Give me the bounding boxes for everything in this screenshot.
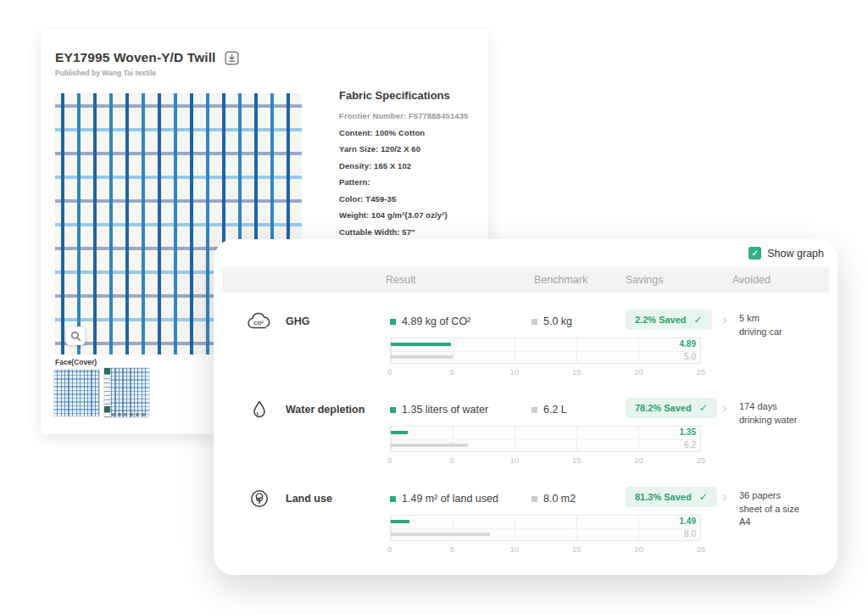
scale-marker [104,406,110,412]
spec-pattern: Pattern: [339,177,483,187]
benchmark-bullet [531,319,537,325]
metric-label: Land use [286,493,332,505]
result-bar [391,520,409,523]
benchmark-value-label: 6.2 [684,440,696,449]
spec-content: Content: 100% Cotton [339,128,483,137]
avoided-cell: 5 km driving car [739,312,782,338]
badge-check-icon: ✓ [699,402,708,414]
benchmark-cell: 6.2 L [531,404,567,416]
benchmark-bullet [531,496,537,502]
savings-badge: 78.2% Saved ✓ [626,398,717,418]
result-cell: 1.35 liters of water [390,404,488,416]
benchmark-cell: 5.0 kg [531,315,572,327]
svg-text:CO²: CO² [253,320,263,326]
face-cover-label: Face(Cover) [55,358,97,366]
metric-label: GHG [286,315,309,327]
x-axis: 0 5 10 15 20 25 [390,455,701,466]
result-value-label: 1.35 [680,427,696,437]
column-header-savings: Savings [626,274,663,286]
page: EY17995 Woven-Y/D Twill Published by Wan… [0,0,868,614]
benchmark-bar [391,533,490,536]
result-bullet [390,496,396,502]
page-title: EY17995 Woven-Y/D Twill [55,50,216,65]
x-axis: 0 5 10 15 20 25 [390,367,701,377]
benchmark-cell: 8.0 m2 [531,493,576,505]
chevron-right-icon[interactable]: › [722,491,727,503]
metric-row-ghg: CO² GHG 4.89 kg of CO² 5.0 kg 2.2% Saved… [214,307,837,394]
chevron-right-icon[interactable]: › [722,314,727,326]
result-cell: 1.49 m² of land used [390,493,498,505]
benchmark-value-label: 5.0 [684,352,696,361]
savings-badge: 2.2% Saved ✓ [626,310,712,330]
show-graph-toggle[interactable]: ✓ Show graph [748,247,824,260]
spec-weight: Weight: 104 g/m²(3.07 oz/y²) [339,210,483,220]
checkbox-checked-icon[interactable]: ✓ [748,247,761,260]
benchmark-bar [391,444,468,447]
specs-heading: Fabric Specifications [339,89,483,102]
fabric-specifications: Fabric Specifications Frontier Number: F… [339,89,483,260]
fabric-thumbnail-2[interactable] [103,367,150,418]
avoided-cell: 174 days drinking water [739,400,797,427]
published-by: Published by Wang Tai textile [55,69,156,77]
check-glyph: ✓ [752,248,759,258]
water-drop-icon [246,399,273,421]
title-row: EY17995 Woven-Y/D Twill [55,50,239,65]
result-bullet [390,319,396,325]
benchmark-bullet [531,407,537,413]
savings-badge: 81.3% Saved ✓ [626,487,717,507]
spec-cuttable-width: Cuttable Width: 57" [339,227,483,237]
spec-frontier-number: Frontier Number: F577888451435 [339,111,483,120]
spec-density: Density: 165 X 102 [339,161,483,170]
show-graph-label: Show graph [767,248,824,260]
scale-marker [104,368,110,374]
avoided-cell: 36 papers sheet of a size A4 [739,489,799,529]
result-bullet [390,407,396,413]
x-axis: 0 5 10 15 20 25 [390,544,701,555]
column-header-result: Result [386,274,415,286]
result-bar [391,431,408,434]
fabric-thumbnail-1[interactable] [53,369,100,417]
bar-chart-water: 1.35 6.2 [390,426,701,452]
bar-chart-land: 1.49 8.0 [390,515,701,541]
spec-yarn-size: Yarn Size: 120/2 X 60 [339,144,483,154]
result-value-label: 1.49 [680,516,696,526]
column-header-avoided: Avoided [732,274,771,286]
result-cell: 4.89 kg of CO² [390,315,470,327]
tree-circle-icon [246,488,273,510]
badge-check-icon: ✓ [699,491,708,503]
metric-label: Water depletion [286,404,364,416]
metric-row-land: Land use 1.49 m² of land used 8.0 m2 81.… [214,484,837,571]
badge-check-icon: ✓ [694,314,703,326]
bar-chart-ghg: 4.89 5.0 [390,338,701,364]
column-header-benchmark: Benchmark [534,274,587,286]
metric-row-water: Water depletion 1.35 liters of water 6.2… [214,395,837,482]
result-value-label: 4.89 [680,339,696,349]
benchmark-value-label: 8.0 [684,529,696,539]
thumbnail-caption [112,413,147,416]
benchmark-bar [391,355,453,359]
chevron-right-icon[interactable]: › [722,402,727,414]
co2-cloud-icon: CO² [246,310,273,332]
spec-color: Color: T459-35 [339,194,483,204]
metrics-panel: ✓ Show graph Result Benchmark Savings Av… [214,239,837,575]
download-icon[interactable] [225,51,239,65]
result-bar [391,343,451,346]
table-header: Result Benchmark Savings Avoided [222,267,829,293]
magnifier-button[interactable] [66,327,85,345]
